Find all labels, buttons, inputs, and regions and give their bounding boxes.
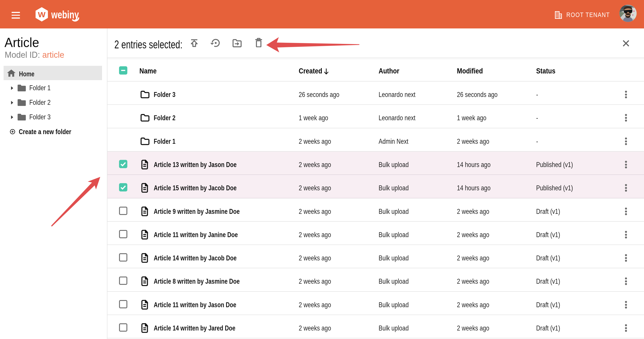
svg-text:W: W — [38, 11, 46, 19]
